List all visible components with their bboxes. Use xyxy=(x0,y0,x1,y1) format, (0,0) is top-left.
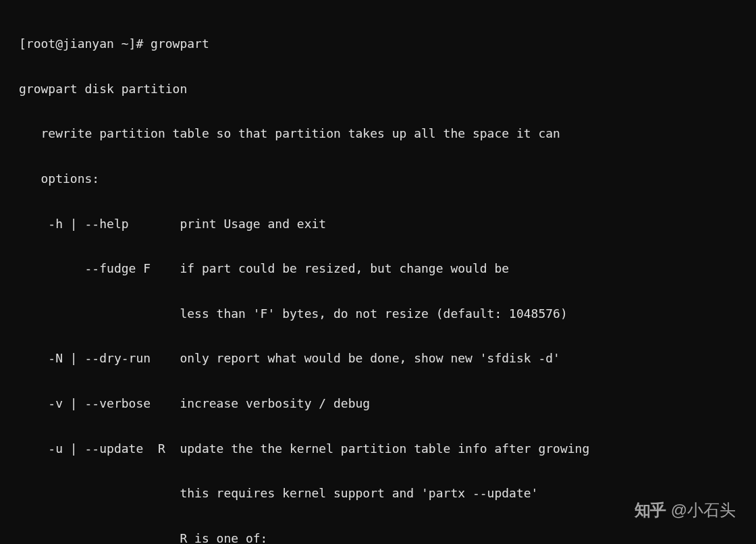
option-help: -h | --help print Usage and exit xyxy=(19,213,737,235)
watermark-username: @小石头 xyxy=(671,495,736,525)
watermark: 知乎 @小石头 xyxy=(634,495,736,525)
usage-line: growpart disk partition xyxy=(19,78,737,100)
option-fudge-line1: --fudge F if part could be resized, but … xyxy=(19,257,737,279)
option-update-line3: R is one of: xyxy=(19,527,737,544)
option-fudge-line2: less than 'F' bytes, do not resize (defa… xyxy=(19,302,737,325)
command-prompt-line: [root@jianyan ~]# growpart xyxy=(19,32,737,55)
description-line: rewrite partition table so that partitio… xyxy=(19,122,737,144)
options-label: options: xyxy=(19,167,737,190)
option-verbose: -v | --verbose increase verbosity / debu… xyxy=(19,392,737,414)
zhihu-logo-icon: 知乎 xyxy=(634,495,666,525)
option-update-line2: this requires kernel support and 'partx … xyxy=(19,482,737,504)
option-dryrun: -N | --dry-run only report what would be… xyxy=(19,347,737,369)
option-update-line1: -u | --update R update the the kernel pa… xyxy=(19,437,737,460)
terminal-output[interactable]: [root@jianyan ~]# growpart growpart disk… xyxy=(19,10,737,544)
